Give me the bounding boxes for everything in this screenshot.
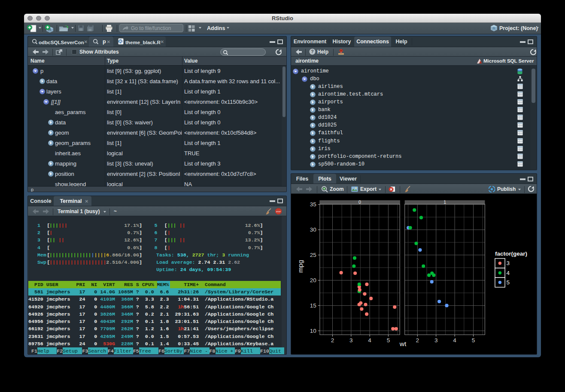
svg-text:5: 5 [472, 337, 475, 344]
svg-text:10: 10 [310, 328, 316, 334]
svg-text:35: 35 [310, 201, 316, 208]
svg-text:5: 5 [507, 279, 510, 286]
svg-text:4: 4 [368, 337, 371, 344]
svg-text:4: 4 [507, 270, 510, 276]
svg-text:3: 3 [434, 337, 438, 344]
svg-text:R: R [492, 26, 495, 30]
svg-text:0: 0 [358, 199, 361, 205]
svg-text:R: R [119, 39, 122, 44]
svg-text:mpg: mpg [297, 260, 304, 273]
svg-text:?: ? [311, 49, 313, 54]
svg-text:2: 2 [416, 337, 419, 344]
svg-text:STOP: STOP [276, 211, 281, 213]
svg-text:4: 4 [453, 337, 456, 344]
svg-text:2: 2 [331, 337, 334, 344]
svg-text:wt: wt [399, 340, 407, 347]
svg-text:1: 1 [443, 199, 446, 205]
svg-text:30: 30 [310, 226, 316, 233]
svg-text:15: 15 [310, 302, 316, 309]
svg-text:3: 3 [507, 260, 510, 266]
svg-text:5: 5 [387, 337, 390, 344]
svg-text:20: 20 [310, 277, 316, 283]
svg-text:25: 25 [310, 252, 316, 258]
svg-text:factor(gear): factor(gear) [495, 250, 527, 257]
svg-text:3: 3 [349, 337, 353, 344]
